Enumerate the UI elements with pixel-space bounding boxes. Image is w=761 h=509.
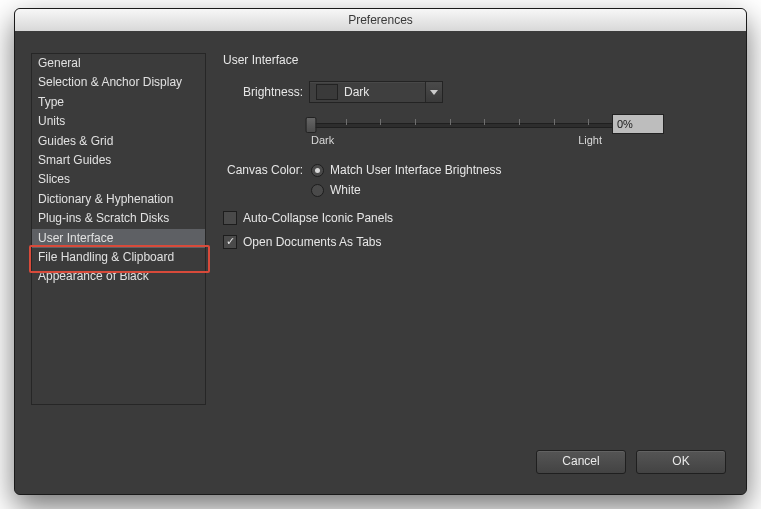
sidebar-item-guides-grid[interactable]: Guides & Grid xyxy=(32,132,205,151)
sidebar-item-selection-anchor[interactable]: Selection & Anchor Display xyxy=(32,73,205,92)
brightness-slider[interactable] xyxy=(311,117,626,131)
sidebar-item-units[interactable]: Units xyxy=(32,112,205,131)
canvas-option-match[interactable]: Match User Interface Brightness xyxy=(330,163,501,177)
sidebar-item-type[interactable]: Type xyxy=(32,93,205,112)
category-sidebar: General Selection & Anchor Display Type … xyxy=(31,53,206,405)
auto-collapse-checkbox[interactable] xyxy=(223,211,237,225)
sidebar-item-appearance-black[interactable]: Appearance of Black xyxy=(32,267,205,286)
brightness-percent-field[interactable]: 0% xyxy=(612,114,664,134)
brightness-value: Dark xyxy=(344,85,425,99)
chevron-down-icon xyxy=(425,82,442,102)
sidebar-item-user-interface[interactable]: User Interface xyxy=(32,229,205,248)
canvas-radio-match[interactable] xyxy=(311,164,324,177)
sidebar-item-file-handling-clipboard[interactable]: File Handling & Clipboard xyxy=(32,248,205,267)
panel-title: User Interface xyxy=(223,53,298,67)
brightness-label: Brightness: xyxy=(223,85,303,99)
preferences-window: Preferences General Selection & Anchor D… xyxy=(14,8,747,495)
slider-max-label: Light xyxy=(578,134,602,146)
open-as-tabs-checkbox[interactable] xyxy=(223,235,237,249)
canvas-color-label: Canvas Color: xyxy=(223,163,303,177)
canvas-radio-white[interactable] xyxy=(311,184,324,197)
window-title: Preferences xyxy=(15,9,746,32)
sidebar-item-dictionary-hyphenation[interactable]: Dictionary & Hyphenation xyxy=(32,190,205,209)
sidebar-item-slices[interactable]: Slices xyxy=(32,170,205,189)
cancel-button[interactable]: Cancel xyxy=(536,450,626,474)
auto-collapse-label[interactable]: Auto-Collapse Iconic Panels xyxy=(243,211,393,225)
brightness-select[interactable]: Dark xyxy=(309,81,443,103)
brightness-swatch xyxy=(316,84,338,100)
slider-min-label: Dark xyxy=(311,134,334,146)
open-as-tabs-label[interactable]: Open Documents As Tabs xyxy=(243,235,382,249)
canvas-option-white[interactable]: White xyxy=(330,183,361,197)
svg-marker-0 xyxy=(430,90,438,95)
sidebar-item-general[interactable]: General xyxy=(32,54,205,73)
ok-button[interactable]: OK xyxy=(636,450,726,474)
slider-thumb[interactable] xyxy=(306,117,317,133)
sidebar-item-smart-guides[interactable]: Smart Guides xyxy=(32,151,205,170)
sidebar-item-plugins-scratch[interactable]: Plug-ins & Scratch Disks xyxy=(32,209,205,228)
